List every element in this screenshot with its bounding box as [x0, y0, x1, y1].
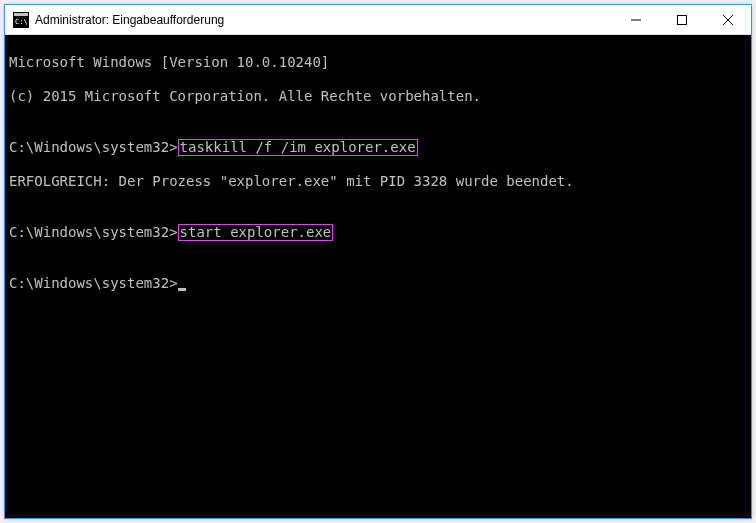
prompt: C:\Windows\system32> — [9, 139, 178, 155]
cmd-icon: C:\ — [13, 12, 29, 28]
maximize-button[interactable] — [659, 5, 705, 35]
terminal-line: ERFOLGREICH: Der Prozess "explorer.exe" … — [9, 173, 747, 190]
terminal-line: C:\Windows\system32> — [9, 275, 747, 292]
prompt: C:\Windows\system32> — [9, 224, 178, 240]
window-controls — [613, 5, 751, 34]
terminal-line: C:\Windows\system32>start explorer.exe — [9, 224, 747, 241]
close-button[interactable] — [705, 5, 751, 35]
terminal-line: (c) 2015 Microsoft Corporation. Alle Rec… — [9, 88, 747, 105]
svg-text:C:\: C:\ — [15, 18, 28, 26]
svg-rect-4 — [678, 16, 687, 25]
terminal-area[interactable]: Microsoft Windows [Version 10.0.10240] (… — [5, 35, 751, 518]
terminal-line: C:\Windows\system32>taskkill /f /im expl… — [9, 139, 747, 156]
command-highlight: start explorer.exe — [178, 224, 334, 241]
cursor — [178, 288, 186, 291]
titlebar[interactable]: C:\ Administrator: Eingabeaufforderung — [5, 5, 751, 35]
minimize-button[interactable] — [613, 5, 659, 35]
prompt: C:\Windows\system32> — [9, 275, 178, 291]
command-highlight: taskkill /f /im explorer.exe — [178, 139, 418, 156]
window-title: Administrator: Eingabeaufforderung — [35, 13, 613, 27]
terminal-line: Microsoft Windows [Version 10.0.10240] — [9, 54, 747, 71]
svg-rect-1 — [14, 13, 28, 16]
cmd-window: C:\ Administrator: Eingabeaufforderung M… — [4, 4, 752, 519]
